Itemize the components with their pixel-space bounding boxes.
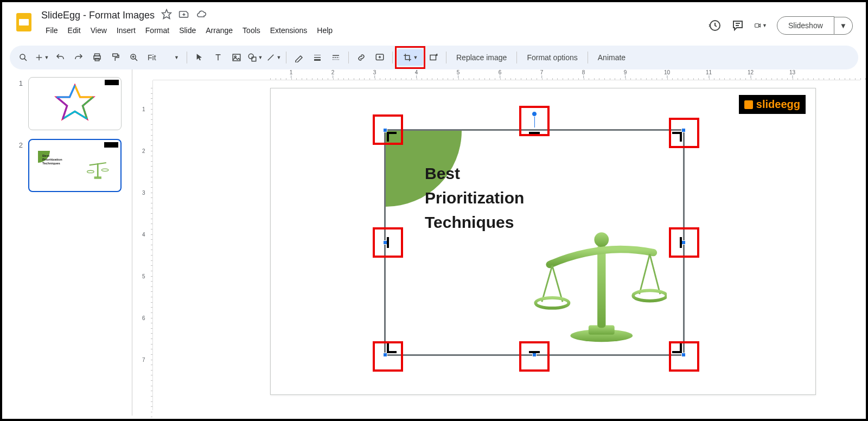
selected-image-crop[interactable]: Best Prioritization Techniques xyxy=(384,129,685,356)
logo-badge xyxy=(105,80,119,85)
slideshow-button-group: Slideshow ▼ xyxy=(777,16,853,35)
title-line: Prioritization xyxy=(425,186,524,210)
slideshow-button[interactable]: Slideshow xyxy=(777,16,834,35)
svg-point-37 xyxy=(87,170,94,173)
slideegg-logo: slideegg xyxy=(739,95,806,114)
main-area: 1 2 BestPrioritizationTechniques xyxy=(2,69,866,416)
crop-handle-tl[interactable] xyxy=(387,132,397,142)
menu-slide[interactable]: Slide xyxy=(175,24,200,37)
zoom-icon[interactable] xyxy=(126,49,142,66)
selection-handle[interactable] xyxy=(681,353,686,357)
line-icon[interactable]: ▼ xyxy=(265,49,282,66)
history-icon[interactable] xyxy=(709,19,722,32)
document-title[interactable]: SlideEgg - Format Images xyxy=(41,10,155,21)
selection-handle[interactable] xyxy=(681,128,686,132)
cloud-icon[interactable] xyxy=(196,9,207,22)
app-header: SlideEgg - Format Images File Edit View … xyxy=(2,2,866,44)
slide-title-text: Best Prioritization Techniques xyxy=(425,161,524,234)
svg-rect-36 xyxy=(97,163,99,177)
svg-rect-13 xyxy=(113,54,118,56)
meet-icon[interactable]: ▼ xyxy=(754,19,767,32)
svg-rect-20 xyxy=(233,54,240,61)
svg-point-38 xyxy=(101,169,108,171)
menu-bar: File Edit View Insert Format Slide Arran… xyxy=(41,24,709,37)
menu-view[interactable]: View xyxy=(86,24,111,37)
rotation-handle[interactable] xyxy=(532,111,537,117)
slide-canvas[interactable]: slideegg Best Prioritization Techniques xyxy=(270,88,816,395)
border-dash-icon[interactable] xyxy=(328,49,344,66)
slideshow-dropdown[interactable]: ▼ xyxy=(834,17,853,35)
mini-text: BestPrioritizationTechniques xyxy=(42,154,62,166)
replace-image-button[interactable]: Replace image xyxy=(451,53,512,62)
slide-thumbnail-2[interactable]: BestPrioritizationTechniques xyxy=(28,139,122,192)
zoom-select[interactable]: Fit▼ xyxy=(144,53,182,62)
menu-extensions[interactable]: Extensions xyxy=(266,24,311,37)
vertical-ruler: 1234567 xyxy=(142,80,153,410)
slide-thumbnail-1[interactable] xyxy=(28,77,122,130)
svg-rect-1 xyxy=(19,19,29,25)
star-graphic xyxy=(45,82,105,125)
rotation-line xyxy=(534,116,535,127)
link-icon[interactable] xyxy=(353,49,369,66)
select-tool-icon[interactable] xyxy=(192,49,208,66)
panel-splitter[interactable] xyxy=(130,69,135,416)
crop-handle-bl[interactable] xyxy=(387,343,397,353)
menu-format[interactable]: Format xyxy=(141,24,174,37)
format-options-button[interactable]: Format options xyxy=(521,53,583,62)
selection-handle[interactable] xyxy=(532,353,537,357)
menu-edit[interactable]: Edit xyxy=(63,24,85,37)
logo-text: slideegg xyxy=(756,98,800,111)
menu-insert[interactable]: Insert xyxy=(112,24,140,37)
undo-icon[interactable] xyxy=(52,49,68,66)
reset-image-icon[interactable] xyxy=(425,49,442,66)
paint-format-icon[interactable] xyxy=(107,49,124,66)
menu-arrange[interactable]: Arrange xyxy=(201,24,237,37)
svg-rect-5 xyxy=(755,24,759,28)
mini-scale-icon xyxy=(84,158,110,180)
crop-handle-br[interactable] xyxy=(672,343,682,353)
crop-handle-left[interactable] xyxy=(387,237,389,248)
svg-rect-23 xyxy=(252,57,256,61)
horizontal-ruler: 12345678910111213 xyxy=(153,69,860,80)
menu-file[interactable]: File xyxy=(41,24,62,37)
menu-help[interactable]: Help xyxy=(312,24,337,37)
star-icon[interactable] xyxy=(161,9,172,22)
svg-line-7 xyxy=(24,59,27,61)
slides-logo[interactable] xyxy=(13,11,35,33)
print-icon[interactable] xyxy=(89,49,105,66)
svg-line-47 xyxy=(650,254,660,294)
move-icon[interactable] xyxy=(178,9,189,22)
add-comment-icon[interactable] xyxy=(372,49,388,66)
svg-point-22 xyxy=(248,54,253,59)
shape-icon[interactable]: ▼ xyxy=(247,49,263,66)
selection-handle[interactable] xyxy=(681,240,686,245)
svg-point-42 xyxy=(594,232,609,247)
svg-marker-2 xyxy=(162,10,171,19)
title-line: Best xyxy=(425,161,524,186)
svg-point-6 xyxy=(20,54,25,59)
svg-line-15 xyxy=(135,59,137,61)
title-line: Techniques xyxy=(425,210,524,234)
crop-handle-bottom[interactable] xyxy=(529,351,540,353)
border-color-icon[interactable] xyxy=(291,49,307,66)
thumb-number: 1 xyxy=(13,77,23,130)
redo-icon[interactable] xyxy=(71,49,87,66)
crop-handle-right[interactable] xyxy=(680,237,682,248)
new-slide-button[interactable]: ▼ xyxy=(34,49,50,66)
image-icon[interactable] xyxy=(228,49,245,66)
crop-handle-tr[interactable] xyxy=(672,132,682,142)
crop-handle-top[interactable] xyxy=(529,132,540,134)
animate-button[interactable]: Animate xyxy=(592,53,631,62)
logo-badge xyxy=(104,142,118,148)
crop-button[interactable]: ▼ xyxy=(397,49,423,66)
menu-tools[interactable]: Tools xyxy=(238,24,265,37)
svg-line-46 xyxy=(640,254,650,294)
selection-handle[interactable] xyxy=(383,353,387,357)
thumb-number: 2 xyxy=(13,139,23,192)
comments-icon[interactable] xyxy=(731,19,744,32)
balance-scale-icon xyxy=(531,224,667,343)
search-menus-icon[interactable] xyxy=(15,49,31,66)
border-weight-icon[interactable] xyxy=(309,49,326,66)
textbox-icon[interactable] xyxy=(210,49,226,66)
svg-rect-34 xyxy=(430,55,436,60)
